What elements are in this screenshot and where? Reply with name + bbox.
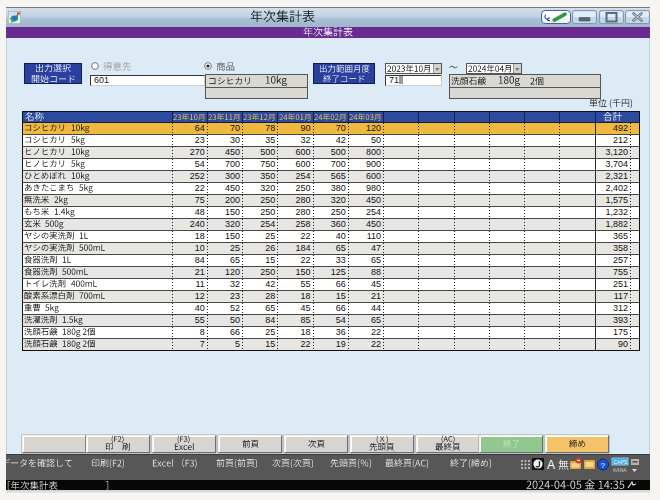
svg-text:?: ?: [601, 461, 606, 470]
svg-text:KANA: KANA: [613, 467, 627, 473]
svg-text:CAPS: CAPS: [614, 459, 628, 465]
svg-text:A: A: [547, 458, 555, 472]
